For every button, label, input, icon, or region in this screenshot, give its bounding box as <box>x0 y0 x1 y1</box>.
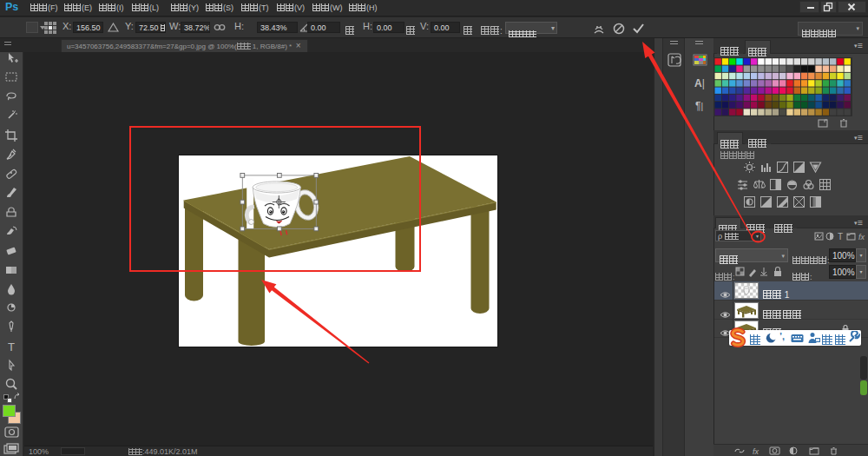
svg-text:fx: fx <box>858 233 865 241</box>
svg-text:T: T <box>838 232 843 241</box>
svg-text:fx: fx <box>753 447 760 456</box>
svg-text:T: T <box>8 340 15 354</box>
